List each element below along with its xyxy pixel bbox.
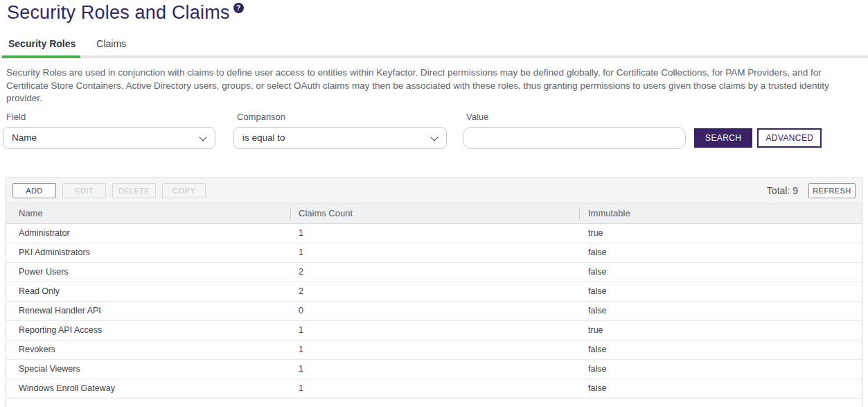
cell-name: Administrator [6, 224, 290, 243]
security-roles-page: Security Roles and Claims ? Security Rol… [0, 2, 868, 407]
tab-claims[interactable]: Claims [96, 38, 126, 55]
cell-immutable: false [579, 302, 862, 320]
table-row[interactable]: Renewal Handler API0false [6, 302, 862, 321]
table-body: Administrator1truePKI Administrators1fal… [6, 224, 862, 399]
table-footer [6, 399, 862, 407]
field-label: Field [6, 112, 215, 122]
cell-name: Read Only [6, 282, 290, 301]
copy-button: COPY [162, 183, 206, 198]
cell-immutable: false [579, 360, 862, 379]
add-button[interactable]: ADD [12, 183, 56, 198]
cell-claims-count: 0 [290, 302, 579, 320]
cell-claims-count: 1 [290, 243, 579, 262]
cell-claims-count: 1 [290, 360, 579, 379]
cell-immutable: false [579, 379, 862, 398]
cell-claims-count: 1 [290, 340, 579, 359]
cell-name: Renewal Handler API [6, 302, 290, 320]
table-row[interactable]: Special Viewers1false [6, 360, 862, 379]
table-row[interactable]: Power Users2false [6, 263, 862, 282]
table-row[interactable]: Revokers1false [6, 340, 862, 360]
value-group: Value [463, 112, 686, 149]
cell-claims-count: 1 [290, 321, 579, 340]
delete-button: DELETE [112, 183, 156, 198]
help-icon[interactable]: ? [233, 3, 244, 13]
table-toolbar: ADD EDIT DELETE COPY Total: 9 REFRESH [6, 178, 862, 204]
table-row[interactable]: Reporting API Access1true [6, 321, 862, 340]
table-row[interactable]: Administrator1true [6, 224, 862, 243]
advanced-button[interactable]: ADVANCED [757, 128, 822, 148]
comparison-label: Comparison [237, 112, 447, 122]
roles-table: ADD EDIT DELETE COPY Total: 9 REFRESH Na… [6, 177, 862, 407]
table-header: Name Claims Count Immutable [6, 204, 862, 224]
cell-name: Special Viewers [6, 360, 290, 379]
value-label: Value [466, 112, 686, 122]
tab-bar: Security Roles Claims [8, 38, 868, 55]
page-description: Security Roles are used in conjunction w… [6, 67, 861, 105]
cell-claims-count: 2 [290, 263, 579, 282]
total-count: Total: 9 [767, 185, 798, 196]
field-select[interactable]: Name [3, 127, 215, 149]
value-input[interactable] [463, 127, 686, 149]
cell-immutable: false [579, 282, 862, 301]
cell-name: Windows Enroll Gateway [6, 379, 290, 398]
edit-button: EDIT [62, 183, 106, 198]
header-cell-claims-count: Claims Count [290, 204, 579, 223]
page-title: Security Roles and Claims [7, 2, 230, 24]
table-row[interactable]: Windows Enroll Gateway1false [6, 379, 862, 399]
refresh-button[interactable]: REFRESH [808, 183, 856, 198]
header-cell-name: Name [6, 204, 290, 223]
comparison-group: Comparison is equal to [233, 112, 447, 149]
cell-immutable: true [579, 224, 862, 243]
cell-immutable: false [579, 340, 862, 359]
header-cell-immutable: Immutable [579, 204, 862, 223]
cell-claims-count: 1 [290, 379, 579, 398]
active-tab-underline [2, 55, 80, 58]
tab-security-roles[interactable]: Security Roles [8, 38, 76, 55]
table-row[interactable]: PKI Administrators1false [6, 243, 862, 263]
cell-immutable: false [579, 243, 862, 262]
search-filter-bar: Field Name Comparison is equal to Value … [3, 112, 868, 149]
table-row[interactable]: Read Only2false [6, 282, 862, 302]
cell-immutable: false [579, 263, 862, 282]
cell-name: Power Users [6, 263, 290, 282]
cell-name: PKI Administrators [6, 243, 290, 262]
cell-name: Reporting API Access [6, 321, 290, 340]
field-group: Field Name [3, 112, 215, 149]
comparison-select[interactable]: is equal to [233, 127, 447, 149]
cell-claims-count: 1 [290, 224, 579, 243]
search-button[interactable]: SEARCH [694, 128, 752, 148]
title-row: Security Roles and Claims ? [7, 2, 868, 24]
tab-divider [0, 55, 868, 58]
cell-name: Revokers [6, 340, 290, 359]
cell-immutable: true [579, 321, 862, 340]
cell-claims-count: 2 [290, 282, 579, 301]
